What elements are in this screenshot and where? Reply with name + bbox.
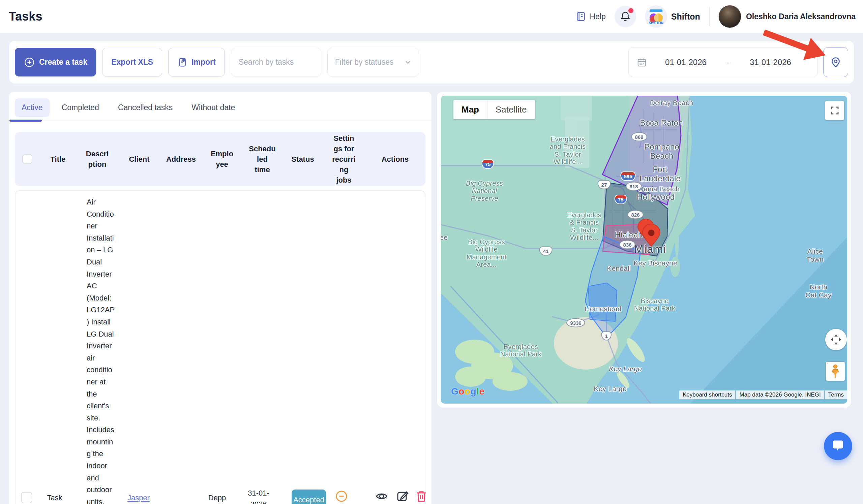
date-to[interactable]: 31-01-2026 — [731, 57, 809, 67]
column-header-address: Address — [166, 154, 196, 164]
tab-without-date[interactable]: Without date — [185, 99, 242, 117]
calendar-icon — [637, 57, 647, 67]
select-all-checkbox[interactable] — [22, 154, 32, 164]
status-filter-placeholder: Filter by statuses — [335, 57, 394, 67]
user-name: Oleshko Daria Aleksandrovna — [746, 12, 855, 21]
map-markers — [441, 96, 847, 404]
header-actions: Help SHIFTON Shifton — [575, 0, 855, 33]
shifton-logo-icon: SHIFTON — [645, 5, 667, 28]
cell-client: Jasper — [125, 493, 152, 502]
pan-control[interactable] — [825, 329, 847, 350]
pan-arrows-icon — [829, 332, 843, 347]
client-link[interactable]: Jasper — [127, 493, 150, 502]
tab-cancelled-tasks[interactable]: Cancelled tasks — [111, 99, 179, 117]
date-from[interactable]: 01-01-2026 — [647, 57, 725, 67]
column-header-description: Description — [85, 148, 110, 169]
brand[interactable]: SHIFTON Shifton — [645, 5, 700, 28]
edit-task-button[interactable] — [396, 490, 410, 503]
table-header-row: TitleDescriptionClientAddressEmployeeSch… — [15, 132, 425, 186]
status-filter-select[interactable]: Filter by statuses — [327, 48, 419, 77]
google-logo[interactable]: Google — [451, 386, 485, 397]
cell-employee: Depp — [204, 493, 230, 502]
google-map[interactable]: Delray BeachBoca RatonPompano BeachFort … — [441, 96, 847, 404]
avatar — [718, 5, 741, 28]
eye-icon — [375, 490, 388, 503]
delete-task-button[interactable] — [415, 490, 428, 503]
date-separator: - — [725, 57, 731, 67]
svg-text:SHIFTON: SHIFTON — [649, 21, 663, 25]
import-button[interactable]: Import — [168, 48, 225, 77]
user-menu[interactable]: Oleshko Daria Aleksandrovna — [718, 5, 855, 28]
help-button[interactable]: Help — [575, 11, 605, 22]
import-file-icon — [177, 57, 187, 67]
terms-link[interactable]: Terms — [825, 390, 847, 399]
brand-name: Shifton — [671, 12, 700, 22]
create-task-button[interactable]: Create a task — [15, 48, 96, 77]
cell-scheduled-time: 31-01-2026 — [246, 488, 271, 504]
toolbar-right: 01-01-2026 - 31-01-2026 — [628, 47, 848, 77]
map-type-satellite-button[interactable]: Satellite — [487, 100, 535, 119]
tab-active[interactable]: Active — [15, 99, 50, 117]
keyboard-shortcuts-link[interactable]: Keyboard shortcuts — [679, 390, 735, 399]
app-header: Tasks Help — [0, 0, 863, 33]
cell-title: Task — [41, 493, 68, 502]
export-xls-button[interactable]: Export XLS — [102, 48, 162, 77]
column-header-client: Client — [129, 154, 149, 164]
trash-icon — [415, 490, 428, 503]
chat-widget-button[interactable] — [824, 432, 852, 460]
location-pin-icon — [830, 56, 842, 68]
cell-description: Air Conditioner Installation – LG Dual I… — [87, 196, 116, 504]
page-title: Tasks — [9, 10, 42, 24]
search-input[interactable] — [231, 48, 321, 77]
map-type-map-button[interactable]: Map — [453, 100, 487, 119]
column-header-scheduled-time: Scheduled time — [248, 143, 276, 175]
chat-bubble-icon — [831, 439, 846, 453]
column-header-select — [22, 154, 32, 164]
help-icon — [575, 11, 586, 22]
pegman-icon — [830, 364, 841, 378]
notification-dot — [628, 8, 634, 13]
fullscreen-icon — [830, 105, 840, 116]
map-panel: Delray BeachBoca RatonPompano BeachFort … — [437, 92, 851, 408]
fullscreen-button[interactable] — [825, 101, 844, 120]
column-header-settings-for-recurring-jobs: Settings for recurring jobs — [332, 133, 356, 185]
notifications-button[interactable] — [615, 6, 636, 27]
active-tab-underline — [10, 120, 42, 121]
chevron-down-icon — [404, 58, 412, 66]
map-view-toggle-button[interactable] — [823, 47, 848, 77]
column-header-status: Status — [291, 154, 314, 164]
view-task-button[interactable] — [375, 490, 388, 503]
map-type-control: Map Satellite — [453, 100, 535, 119]
no-recurrence-button[interactable] — [335, 490, 348, 503]
toolbar: Create a task Export XLS Import Filter b… — [9, 41, 854, 83]
tabs-divider — [9, 120, 432, 121]
column-header-actions: Actions — [382, 154, 409, 164]
map-data-text: Map data ©2026 Google, INEGI — [736, 390, 824, 399]
street-view-pegman[interactable] — [826, 362, 845, 381]
row-checkbox-wrap — [21, 492, 32, 503]
tasks-panel: ActiveCompletedCancelled tasksWithout da… — [9, 92, 432, 504]
edit-icon — [396, 490, 410, 503]
row-checkbox[interactable] — [21, 492, 32, 503]
plus-circle-icon — [24, 56, 35, 68]
date-range-picker[interactable]: 01-01-2026 - 31-01-2026 — [628, 47, 818, 77]
status-badge[interactable]: Accepted — [291, 490, 326, 504]
header-divider — [709, 7, 710, 26]
minus-circle-icon — [335, 490, 348, 503]
table-body: Air Conditioner Installation – LG Dual I… — [15, 190, 425, 504]
column-header-employee: Employee — [210, 148, 234, 169]
map-attribution: Keyboard shortcuts Map data ©2026 Google… — [679, 390, 847, 399]
tabs: ActiveCompletedCancelled tasksWithout da… — [9, 92, 432, 117]
toolbar-left: Create a task Export XLS Import Filter b… — [15, 48, 419, 77]
help-label: Help — [590, 12, 605, 21]
tab-completed[interactable]: Completed — [55, 99, 106, 117]
column-header-title: Title — [51, 154, 66, 164]
